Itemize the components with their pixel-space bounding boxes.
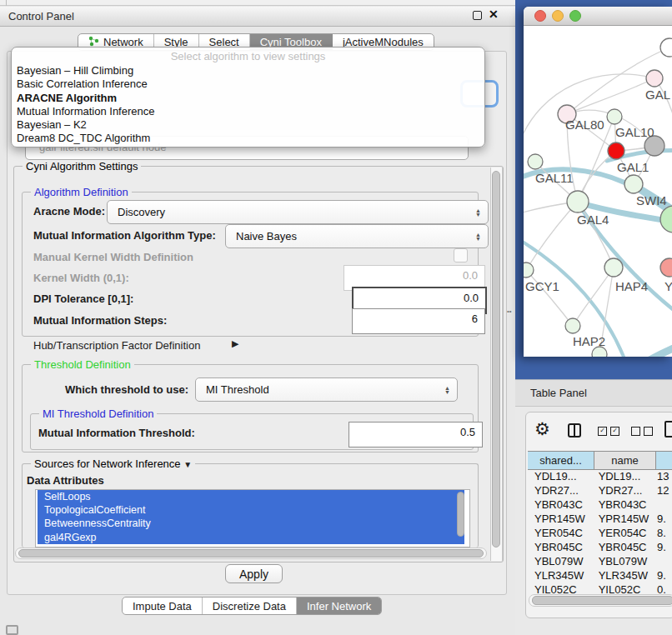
select-all-columns-icon[interactable]: ✓ ✓ (598, 427, 619, 436)
collapsed-arrow-icon[interactable]: ▶ (232, 338, 238, 349)
aracne-mode-label: Aracne Mode: (33, 205, 105, 218)
mi-steps-label: Mutual Information Steps: (33, 314, 167, 327)
network-node[interactable] (528, 154, 543, 169)
unselect-all-columns-icon[interactable] (631, 427, 653, 436)
column-header-partial[interactable]: A (656, 452, 672, 469)
threshold-definition-title: Threshold Definition (31, 358, 134, 371)
mi-threshold-field[interactable]: 0.5 (349, 422, 483, 448)
network-edge[interactable] (624, 338, 672, 357)
network-edge[interactable] (573, 268, 614, 326)
settings-vscrollbar-thumb[interactable] (492, 171, 500, 548)
settings-group-title: Cyni Algorithm Settings (23, 160, 141, 172)
mi-type-combo[interactable]: Naive Bayes ▲▼ (225, 224, 489, 248)
table-panel-card: ⚙ ✓ ✓ shared... name A YDL19... YDL19...… (525, 412, 672, 618)
bottom-tab-item[interactable]: Discretize Data (203, 598, 297, 614)
network-node[interactable] (567, 191, 589, 212)
bottom-tabs: Impute Data Discretize Data Infer Networ… (122, 597, 382, 615)
stepper-icon: ▲▼ (475, 208, 481, 217)
export-table-icon[interactable] (664, 421, 672, 438)
algorithm-option[interactable]: Mutual Information Inference (12, 105, 484, 118)
column-header-shared-name[interactable]: shared... (528, 452, 594, 469)
table-body: YDL19... YDL19... 13 YDR27... YDR27... 1… (528, 469, 672, 597)
window-top-divider (6, 0, 7, 6)
expanded-arrow-icon[interactable]: ▼ (183, 460, 192, 469)
close-icon[interactable]: ✕ (489, 8, 499, 21)
aracne-mode-combo[interactable]: Discovery ▲▼ (107, 200, 489, 224)
table-row[interactable]: YDR27... YDR27... 12 (528, 483, 672, 498)
attribute-item[interactable]: gal4RGexp (38, 531, 464, 544)
data-attributes-list[interactable]: SelfLoops TopologicalCoefficient Between… (35, 489, 470, 548)
mi-threshold-title: MI Threshold Definition (39, 408, 157, 420)
dpi-tolerance-label: DPI Tolerance [0,1]: (33, 292, 133, 305)
bottom-tab-item[interactable]: Infer Network (297, 598, 381, 614)
table-row[interactable]: YDL19... YDL19... 13 (528, 469, 672, 483)
which-threshold-combo[interactable]: MI Threshold ▲▼ (195, 378, 458, 402)
mi-threshold-label: Mutual Information Threshold: (38, 427, 195, 439)
table-row[interactable]: YBR043C YBR043C (528, 498, 672, 512)
zoom-window-icon[interactable] (569, 10, 581, 22)
table-row[interactable]: YER054C YER054C 8. (528, 526, 672, 540)
manual-kernel-checkbox[interactable] (454, 248, 468, 262)
collapsed-panel-icon[interactable] (6, 625, 18, 635)
network-node-label: GAL10 (615, 125, 654, 139)
table-row[interactable]: YLR345W YLR345W 9. (528, 568, 672, 582)
stepper-icon: ▲▼ (475, 232, 481, 241)
apply-button[interactable]: Apply (225, 564, 283, 583)
network-canvas[interactable]: GALGAL80GAL10GAL1GAL11SWI4GAL4GCY1HAP4YH… (524, 26, 672, 357)
network-node[interactable] (604, 258, 623, 277)
sources-title: Sources for Network Inference ▼ (31, 458, 195, 470)
network-node[interactable] (660, 38, 672, 57)
hub-definition-label: Hub/Transcription Factor Definition (33, 339, 200, 352)
minimize-window-icon[interactable] (552, 10, 564, 22)
algorithm-option[interactable]: Basic Correlation Inference (12, 78, 484, 91)
algorithm-definition-title: Algorithm Definition (31, 186, 132, 198)
algorithm-option[interactable]: Bayesian – Hill Climbing (12, 64, 484, 78)
column-header-name[interactable]: name (594, 452, 656, 469)
network-node[interactable] (624, 175, 643, 193)
network-node-label: HAP4 (615, 279, 648, 293)
mi-steps-field[interactable]: 6 (352, 308, 485, 334)
algorithm-option[interactable]: ARACNE Algorithm (12, 92, 484, 105)
network-node[interactable] (660, 206, 672, 232)
network-node-label: GAL1 (617, 160, 649, 174)
gear-icon[interactable]: ⚙ (534, 419, 550, 439)
network-node[interactable] (608, 142, 624, 159)
algorithm-prompt: Select algorithm to view settings (12, 49, 484, 64)
network-node-label: HAP2 (573, 334, 605, 348)
table-hscrollbar-thumb[interactable] (532, 596, 672, 605)
algorithm-dropdown-popup: Select algorithm to view settings Bayesi… (11, 47, 485, 148)
table-row[interactable]: YPR145W YPR145W 9. (528, 512, 672, 526)
show-columns-icon[interactable] (568, 423, 581, 438)
network-node[interactable] (565, 318, 580, 333)
data-attributes-label: Data Attributes (27, 474, 104, 487)
network-node-label: GAL (645, 88, 670, 102)
mi-type-label: Mutual Information Algorithm Type: (33, 229, 216, 242)
network-node-label: GAL80 (565, 118, 604, 132)
float-panel-icon[interactable] (473, 11, 482, 20)
network-node-label: Y (664, 279, 672, 293)
table-row[interactable]: YBR045C YBR045C 9. (528, 540, 672, 554)
algorithm-option[interactable]: Dream8 DC_TDC Algorithm (12, 132, 484, 145)
attribute-item[interactable]: SelfLoops (38, 490, 464, 503)
network-node[interactable] (607, 109, 622, 124)
algorithm-option[interactable]: Bayesian – K2 (12, 118, 484, 132)
network-node[interactable] (646, 70, 663, 87)
network-window-titlebar[interactable] (524, 7, 672, 26)
network-edge[interactable] (526, 202, 578, 270)
network-edge[interactable] (567, 78, 654, 114)
attributes-scrollbar[interactable] (457, 492, 464, 537)
table-row[interactable]: YBL079W YBL079W (528, 554, 672, 568)
bottom-tab-item[interactable]: Impute Data (123, 598, 203, 614)
table-panel-titlebar: Table Panel (515, 379, 672, 407)
panel-divider-grip[interactable]: •• (507, 308, 512, 316)
manual-kernel-label: Manual Kernel Width Definition (33, 251, 193, 263)
settings-hscrollbar-thumb[interactable] (18, 549, 484, 558)
network-node[interactable] (524, 262, 534, 278)
network-node-label: GAL4 (577, 212, 609, 227)
table-header-row: shared... name A (528, 451, 672, 470)
network-node[interactable] (660, 258, 672, 277)
close-window-icon[interactable] (534, 10, 546, 22)
attribute-item[interactable]: TopologicalCoefficient (38, 503, 464, 517)
attribute-item[interactable]: BetweennessCentrality (38, 517, 464, 530)
kernel-width-label: Kernel Width (0,1): (33, 272, 129, 284)
